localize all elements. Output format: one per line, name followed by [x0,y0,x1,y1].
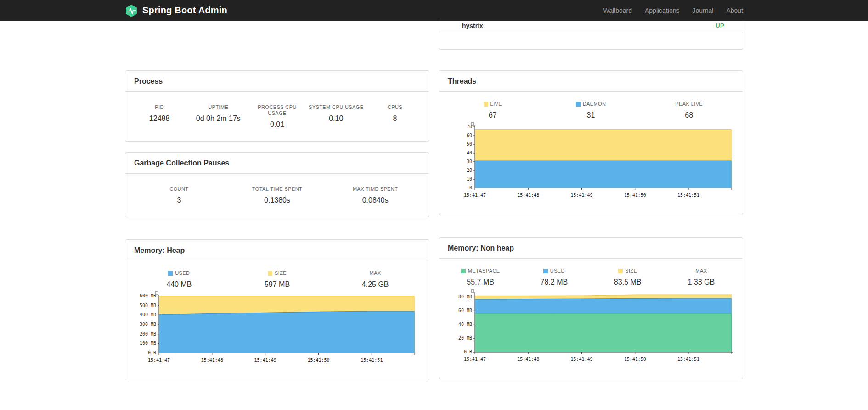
svg-text:15:41:48: 15:41:48 [201,358,223,363]
process-panel: Process PID 12488 UPTIME 0d 0h 2m 17s PR… [125,70,429,142]
legend-nonheap-size: SIZE 83.5 MB [591,268,665,286]
memory-heap-legend: USED 440 MB SIZE 597 MB MAX 4.25 GB [125,261,429,289]
legend-nonheap-used: USED 78.2 MB [517,268,591,286]
metric-process-cpu-usage: PROCESS CPU USAGE 0.01 [248,104,306,129]
nonheap-size-swatch [618,269,623,273]
legend-daemon: DAEMON 31 [542,101,640,120]
nav-item-about[interactable]: About [726,7,743,14]
live-swatch [484,102,488,107]
brand[interactable]: Spring Boot Admin [125,4,227,17]
threads-panel: Threads LIVE 67 DAEMON 3 [439,70,743,215]
svg-text:15:41:47: 15:41:47 [464,193,486,198]
nonheap-used-swatch [543,269,548,273]
left-column: Process PID 12488 UPTIME 0d 0h 2m 17s PR… [125,21,429,380]
svg-text:40 MB: 40 MB [458,322,472,327]
svg-text:15:41:49: 15:41:49 [570,193,592,198]
application-row-hystrix[interactable]: hystrix UP [439,21,743,33]
svg-text:15:41:48: 15:41:48 [517,357,539,362]
svg-text:15:41:50: 15:41:50 [624,193,646,198]
gc-panel-title: Garbage Collection Pauses [125,153,429,174]
nav-item-applications[interactable]: Applications [645,7,680,14]
svg-text:10: 10 [467,177,472,182]
applications-panel-tail [439,33,743,49]
svg-text:20 MB: 20 MB [458,336,472,341]
svg-text:15:41:49: 15:41:49 [254,358,276,363]
legend-heap-max: MAX 4.25 GB [326,270,424,289]
memory-nonheap-panel: Memory: Non heap METASPACE 55.7 MB USED [439,237,743,379]
svg-text:500 MB: 500 MB [140,303,156,308]
threads-legend: LIVE 67 DAEMON 31 PEAK LIVE 68 [439,92,743,120]
threads-chart: 01020304050607015:41:4715:41:4815:41:491… [439,120,743,215]
svg-text:15:41:51: 15:41:51 [677,193,699,198]
legend-heap-size: SIZE 597 MB [228,270,327,289]
navbar-container: Spring Boot Admin Wallboard Applications… [125,0,743,21]
metric-uptime: UPTIME 0d 0h 2m 17s [189,104,248,129]
svg-text:60: 60 [467,133,472,138]
heap-used-swatch [168,271,173,276]
right-column: hystrix UP Threads LIVE 67 [439,21,743,379]
threads-panel-title: Threads [439,71,743,92]
svg-text:60 MB: 60 MB [458,308,472,313]
svg-text:15:41:48: 15:41:48 [517,193,539,198]
daemon-swatch [576,102,581,107]
svg-text:80 MB: 80 MB [458,294,472,299]
svg-text:400 MB: 400 MB [140,312,156,317]
gc-panel: Garbage Collection Pauses COUNT 3 TOTAL … [125,152,429,217]
nav-item-journal[interactable]: Journal [692,7,713,14]
legend-live: LIVE 67 [444,101,542,120]
svg-text:15:41:49: 15:41:49 [570,357,592,362]
svg-text:100 MB: 100 MB [140,341,156,346]
nav-links: Wallboard Applications Journal About [603,7,743,14]
svg-text:0: 0 [469,185,472,190]
gc-metrics: COUNT 3 TOTAL TIME SPENT 0.1380s MAX TIM… [125,174,429,217]
legend-metaspace: METASPACE 55.7 MB [444,268,517,286]
metaspace-swatch [461,269,466,273]
svg-text:15:41:51: 15:41:51 [361,358,383,363]
applications-panel: hystrix UP [439,21,743,50]
svg-text:300 MB: 300 MB [140,322,156,327]
metric-gc-max-time: MAX TIME SPENT 0.0840s [326,186,424,205]
spring-boot-admin-logo-icon [125,4,138,17]
application-name: hystrix [462,22,483,30]
memory-heap-panel: Memory: Heap USED 440 MB SIZE [125,239,429,380]
legend-heap-used: USED 440 MB [130,270,228,289]
svg-text:20: 20 [467,168,472,173]
svg-text:15:41:50: 15:41:50 [624,357,646,362]
nav-item-wallboard[interactable]: Wallboard [603,7,632,14]
brand-title: Spring Boot Admin [142,5,227,16]
memory-heap-panel-title: Memory: Heap [125,240,429,261]
svg-text:40: 40 [467,150,472,155]
memory-heap-chart: 0 B100 MB200 MB300 MB400 MB500 MB600 MB1… [125,289,429,380]
svg-text:15:41:50: 15:41:50 [307,358,329,363]
metric-cpus: CPUS 8 [366,104,424,129]
process-metrics: PID 12488 UPTIME 0d 0h 2m 17s PROCESS CP… [125,92,429,141]
memory-nonheap-chart: 0 B20 MB40 MB60 MB80 MB15:41:4715:41:481… [439,286,743,379]
svg-text:0 B: 0 B [464,349,472,354]
legend-nonheap-max: MAX 1.33 GB [665,268,738,286]
metric-system-cpu-usage: SYSTEM CPU USAGE 0.10 [307,104,366,129]
svg-text:15:41:51: 15:41:51 [677,357,699,362]
svg-text:15:41:47: 15:41:47 [464,357,486,362]
svg-text:200 MB: 200 MB [140,331,156,336]
page-container: Process PID 12488 UPTIME 0d 0h 2m 17s PR… [125,21,743,380]
svg-text:0 B: 0 B [148,350,156,355]
svg-text:15:41:47: 15:41:47 [148,358,170,363]
process-panel-title: Process [125,71,429,92]
metric-gc-count: COUNT 3 [130,186,228,205]
memory-nonheap-legend: METASPACE 55.7 MB USED 78.2 MB [439,259,743,286]
svg-text:600 MB: 600 MB [140,293,156,298]
metric-pid: PID 12488 [130,104,189,129]
navbar: Spring Boot Admin Wallboard Applications… [0,0,868,21]
metric-gc-total-time: TOTAL TIME SPENT 0.1380s [228,186,327,205]
memory-nonheap-panel-title: Memory: Non heap [439,238,743,259]
status-badge: UP [716,22,724,30]
svg-text:30: 30 [467,159,472,164]
heap-size-swatch [268,271,272,276]
svg-text:50: 50 [467,142,472,147]
legend-peak-live: PEAK LIVE 68 [640,101,738,120]
